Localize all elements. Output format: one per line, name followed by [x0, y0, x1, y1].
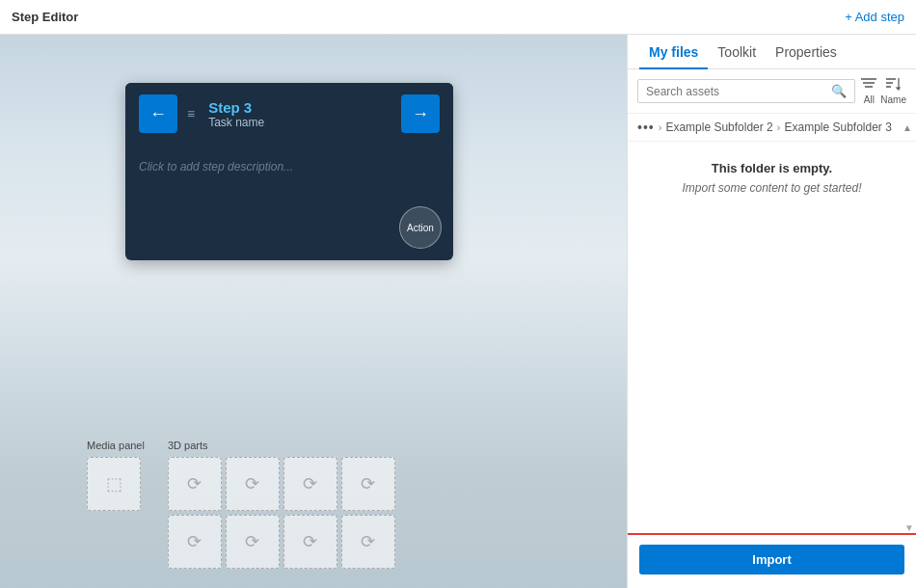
- empty-folder-hint: Import some content to get started!: [682, 181, 861, 195]
- part-cell-6[interactable]: ⟳: [226, 515, 280, 569]
- part-icon-8: ⟳: [361, 531, 375, 552]
- part-cell-2[interactable]: ⟳: [226, 457, 280, 511]
- part-icon-4: ⟳: [361, 473, 375, 494]
- media-panel-grid: ⬚: [87, 457, 145, 511]
- media-panel-label: Media panel: [87, 440, 145, 451]
- media-icon: ⬚: [106, 473, 122, 494]
- bottom-panels: Media panel ⬚ 3D parts ⟳ ⟳ ⟳ ⟳ ⟳ ⟳ ⟳: [87, 440, 395, 569]
- action-button[interactable]: Action: [399, 206, 442, 249]
- part-cell-4[interactable]: ⟳: [341, 457, 395, 511]
- folder-content-container: This folder is empty. Import some conten…: [628, 142, 916, 533]
- import-section: Import: [628, 533, 916, 588]
- part-icon-3: ⟳: [303, 473, 317, 494]
- filter-icon: [861, 77, 876, 94]
- part-icon-2: ⟳: [245, 473, 259, 494]
- sort-icon: [886, 77, 902, 94]
- right-panel: My files Toolkit Properties 🔍: [627, 35, 916, 588]
- search-icon-button[interactable]: 🔍: [831, 84, 847, 98]
- step-card: ← ≡ Step 3 Task name → Click to add step…: [125, 83, 453, 260]
- step-info: Step 3 Task name: [208, 99, 391, 129]
- tab-toolkit[interactable]: Toolkit: [708, 35, 766, 69]
- sort-name-button[interactable]: Name: [880, 77, 906, 105]
- filter-all-button[interactable]: All: [861, 77, 876, 105]
- scroll-down-arrow[interactable]: ▼: [904, 522, 914, 533]
- main-layout: ← ≡ Step 3 Task name → Click to add step…: [0, 35, 916, 588]
- search-icon: 🔍: [831, 84, 847, 98]
- step-editor-canvas[interactable]: ← ≡ Step 3 Task name → Click to add step…: [0, 35, 627, 588]
- breadcrumb-sep-1: ›: [659, 121, 662, 133]
- breadcrumb: ••• › Example Subfolder 2 › Example Subf…: [628, 114, 916, 142]
- import-button[interactable]: Import: [639, 545, 904, 575]
- add-step-button[interactable]: + Add step: [845, 10, 904, 24]
- action-label: Action: [407, 223, 434, 233]
- step-lines-icon: ≡: [187, 106, 195, 121]
- search-row: 🔍 All: [628, 69, 916, 114]
- parts-panel-label: 3D parts: [168, 440, 395, 451]
- breadcrumb-folder2[interactable]: Example Subfolder 3: [784, 120, 891, 134]
- part-icon-7: ⟳: [303, 531, 317, 552]
- next-step-button[interactable]: →: [401, 94, 440, 133]
- arrow-right-icon: →: [412, 104, 429, 124]
- arrow-left-icon: ←: [149, 104, 167, 124]
- part-icon-1: ⟳: [187, 473, 202, 494]
- breadcrumb-sep-2: ›: [777, 121, 781, 133]
- parts-panel-section: 3D parts ⟳ ⟳ ⟳ ⟳ ⟳ ⟳ ⟳ ⟳: [168, 440, 395, 569]
- search-input[interactable]: [646, 85, 825, 98]
- filter-group: All Name: [861, 77, 906, 105]
- step-card-body[interactable]: Click to add step description... Action: [125, 145, 453, 260]
- prev-step-button[interactable]: ←: [139, 94, 177, 133]
- parts-panel-grid: ⟳ ⟳ ⟳ ⟳ ⟳ ⟳ ⟳ ⟳: [168, 457, 395, 569]
- part-cell-7[interactable]: ⟳: [283, 515, 337, 569]
- step-card-header: ← ≡ Step 3 Task name →: [125, 83, 453, 145]
- folder-content: This folder is empty. Import some conten…: [628, 142, 916, 214]
- search-box[interactable]: 🔍: [637, 79, 855, 103]
- step-subtitle: Task name: [208, 116, 391, 129]
- tab-properties[interactable]: Properties: [766, 35, 847, 69]
- tab-my-files[interactable]: My files: [639, 35, 708, 69]
- page-title: Step Editor: [12, 10, 78, 24]
- filter-all-label: All: [864, 94, 875, 105]
- part-icon-5: ⟳: [187, 531, 202, 552]
- scroll-up-hint: ▲: [903, 122, 912, 133]
- breadcrumb-dots[interactable]: •••: [637, 120, 655, 135]
- breadcrumb-folder1[interactable]: Example Subfolder 2: [665, 120, 772, 134]
- sort-name-label: Name: [880, 94, 906, 105]
- part-cell-1[interactable]: ⟳: [168, 457, 222, 511]
- step-title: Step 3: [208, 99, 391, 116]
- empty-folder-title: This folder is empty.: [712, 161, 832, 175]
- media-panel-section: Media panel ⬚: [87, 440, 145, 569]
- tabs-bar: My files Toolkit Properties: [628, 35, 916, 69]
- step-description[interactable]: Click to add step description...: [139, 160, 440, 174]
- part-icon-6: ⟳: [245, 531, 259, 552]
- part-cell-3[interactable]: ⟳: [283, 457, 337, 511]
- part-cell-8[interactable]: ⟳: [341, 515, 395, 569]
- top-bar: Step Editor + Add step: [0, 0, 916, 35]
- media-cell-1[interactable]: ⬚: [87, 457, 141, 511]
- part-cell-5[interactable]: ⟳: [168, 515, 222, 569]
